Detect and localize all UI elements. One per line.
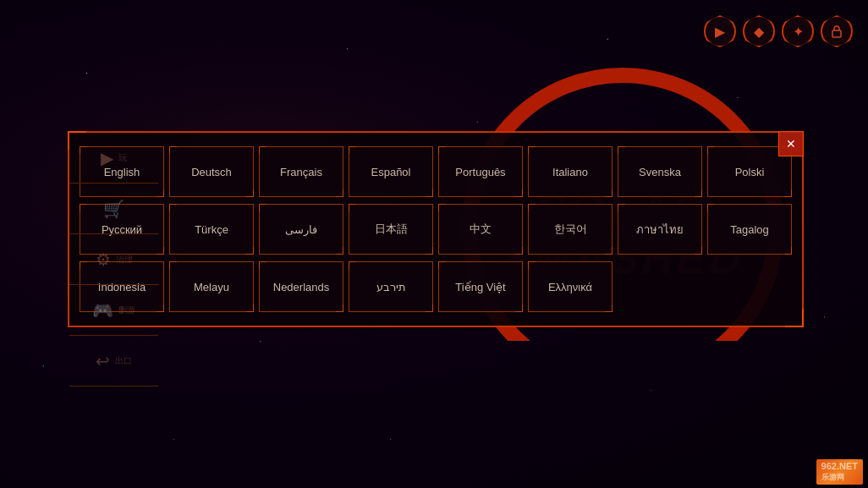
svg-rect-0 [832,30,841,37]
empty-slot-7 [618,261,702,312]
language-grid-row3: Indonesia Melayu Nederlands תירבע Tiếng … [76,261,795,319]
lang-espanol[interactable]: Español [349,146,433,197]
lang-vietnamese[interactable]: Tiếng Việt [438,261,523,312]
lang-indonesia[interactable]: Indonesia [80,261,164,312]
lang-korean[interactable]: 한국어 [528,204,613,255]
empty-slot-8 [707,261,792,312]
language-grid-row2: Русский Türkçe فارسی‎ 日本語 中文 한국어 ภาษาไทย… [76,204,795,261]
watermark: 962.NET 乐游网 [816,459,863,485]
lang-farsi[interactable]: فارسی‎ [259,204,343,255]
lang-deutsch[interactable]: Deutsch [169,146,254,197]
twitter-icon[interactable]: ✦ [782,15,814,47]
lang-english[interactable]: English [80,146,164,197]
language-dialog: ✕ English Deutsch Français Español Portu… [68,131,804,327]
lang-russian[interactable]: Русский [80,204,164,255]
lang-hebrew[interactable]: תירבע [349,261,433,312]
discord-icon[interactable]: ◆ [743,15,775,47]
lang-dutch[interactable]: Nederlands [259,261,343,312]
lang-svenska[interactable]: Svenska [618,146,702,197]
lang-italiano[interactable]: Italiano [528,146,613,197]
lang-portugues[interactable]: Português [438,146,523,197]
lang-japanese[interactable]: 日本語 [349,204,433,255]
social-icons-bar: ▶ ◆ ✦ [704,15,853,47]
lang-thai[interactable]: ภาษาไทย [618,204,702,255]
close-button[interactable]: ✕ [778,131,804,156]
lock-icon[interactable] [821,15,853,47]
lang-francais[interactable]: Français [259,146,343,197]
lang-greek[interactable]: Ελληνικά [528,261,613,312]
youtube-icon[interactable]: ▶ [704,15,736,47]
lang-chinese[interactable]: 中文 [438,204,523,255]
lang-malay[interactable]: Melayu [169,261,254,312]
lang-tagalog[interactable]: Tagalog [707,204,792,255]
lang-turkish[interactable]: Türkçe [169,204,254,255]
language-grid-row1: English Deutsch Français Español Portugu… [76,140,795,204]
